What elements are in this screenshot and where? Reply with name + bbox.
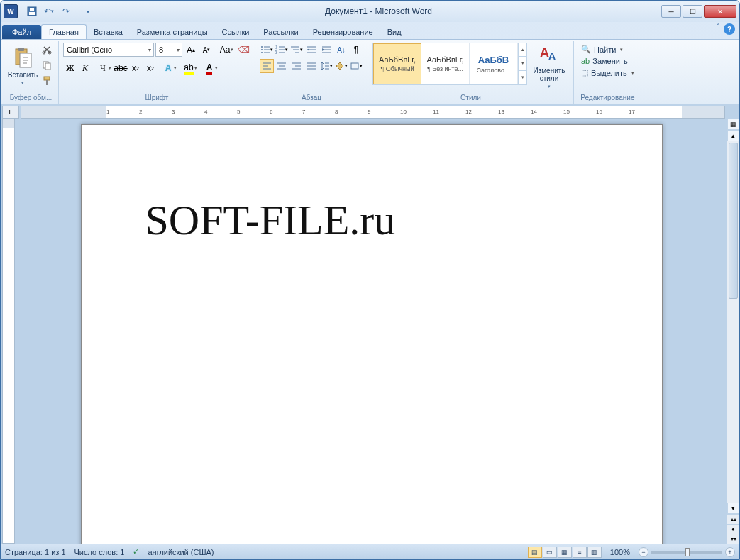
- superscript-button[interactable]: x2: [143, 61, 158, 75]
- find-icon: 🔍: [581, 45, 591, 54]
- fullscreen-view-icon[interactable]: ▭: [543, 547, 557, 558]
- copy-icon[interactable]: [40, 58, 54, 72]
- word-app-icon[interactable]: W: [4, 4, 18, 18]
- redo-icon[interactable]: ↷: [58, 4, 74, 19]
- change-case-icon[interactable]: Aa: [215, 43, 235, 57]
- proofing-icon[interactable]: ✓: [133, 547, 139, 556]
- outline-view-icon[interactable]: ≡: [573, 547, 587, 558]
- tab-references[interactable]: Ссылки: [215, 25, 257, 39]
- tab-layout[interactable]: Разметка страницы: [130, 25, 215, 39]
- status-language[interactable]: английский (США): [148, 548, 214, 556]
- zoom-level[interactable]: 100%: [610, 548, 630, 556]
- font-color-icon[interactable]: A: [199, 61, 219, 75]
- status-page[interactable]: Страница: 1 из 1: [5, 548, 66, 556]
- strikethrough-button[interactable]: abc: [114, 61, 128, 75]
- ruler-tick: 11: [433, 109, 439, 115]
- draft-view-icon[interactable]: ▥: [587, 547, 602, 558]
- style-heading1[interactable]: АаБбВ Заголово...: [470, 43, 518, 84]
- group-label: Редактирование: [578, 93, 637, 102]
- font-name-combo[interactable]: Calibri (Осно: [63, 43, 154, 57]
- style-preview: АаБбВ: [478, 55, 509, 65]
- tab-insert[interactable]: Вставка: [87, 25, 130, 39]
- numbering-icon[interactable]: 123▾: [275, 43, 289, 57]
- clear-formatting-icon[interactable]: ⌫: [236, 43, 250, 57]
- tab-selector[interactable]: L: [2, 106, 19, 119]
- tab-view[interactable]: Вид: [380, 25, 409, 39]
- bold-button[interactable]: Ж: [63, 61, 77, 75]
- underline-button[interactable]: Ч: [93, 61, 113, 75]
- ruler-row: L 1234567891011121314151617: [1, 104, 739, 119]
- zoom-thumb[interactable]: [685, 548, 690, 556]
- style-normal[interactable]: АаБбВвГг, ¶ Обычный: [373, 43, 421, 84]
- zoom-slider[interactable]: [651, 551, 722, 554]
- ruler-tick: 2: [139, 109, 142, 115]
- change-styles-button[interactable]: AA Изменить стили ▾: [529, 43, 569, 89]
- bullets-icon[interactable]: ▾: [260, 43, 274, 57]
- subscript-button[interactable]: x2: [128, 61, 143, 75]
- align-center-icon[interactable]: [275, 59, 289, 73]
- increase-indent-icon[interactable]: [319, 43, 333, 57]
- help-icon[interactable]: ?: [724, 23, 735, 35]
- next-page-icon[interactable]: ▾▾: [727, 534, 739, 544]
- maximize-button[interactable]: ☐: [683, 5, 702, 18]
- ruler-tick: 13: [498, 109, 504, 115]
- horizontal-ruler[interactable]: 1234567891011121314151617: [21, 106, 725, 119]
- gallery-up-icon[interactable]: ▴: [519, 43, 526, 57]
- browse-object-icon[interactable]: ●: [727, 524, 739, 534]
- text-effects-icon[interactable]: A: [158, 61, 178, 75]
- format-painter-icon[interactable]: [40, 74, 54, 88]
- tab-file[interactable]: Файл: [2, 25, 41, 39]
- group-label: Шрифт: [63, 93, 250, 102]
- close-button[interactable]: ✕: [704, 5, 736, 18]
- shading-icon[interactable]: ▾: [334, 59, 348, 73]
- vertical-ruler[interactable]: [2, 119, 15, 544]
- web-view-icon[interactable]: ▦: [558, 547, 572, 558]
- sort-icon[interactable]: A↓: [334, 43, 348, 57]
- zoom-in-icon[interactable]: +: [725, 547, 735, 557]
- select-button[interactable]: ⬚ Выделить ▾: [578, 67, 637, 78]
- zoom-out-icon[interactable]: −: [639, 547, 648, 557]
- align-justify-icon[interactable]: [304, 59, 319, 73]
- multilevel-list-icon[interactable]: ▾: [289, 43, 304, 57]
- tab-mailings[interactable]: Рассылки: [256, 25, 305, 39]
- decrease-indent-icon[interactable]: [304, 43, 319, 57]
- style-no-spacing[interactable]: АаБбВвГг, ¶ Без инте...: [421, 43, 470, 84]
- undo-icon[interactable]: ↶▾: [41, 4, 57, 19]
- scroll-thumb[interactable]: [729, 143, 738, 299]
- scroll-track[interactable]: [727, 141, 739, 503]
- line-spacing-icon[interactable]: ▾: [319, 59, 333, 73]
- print-layout-view-icon[interactable]: ▤: [528, 547, 542, 558]
- borders-icon[interactable]: ▾: [349, 59, 363, 73]
- ruler-tick: 10: [400, 109, 407, 115]
- font-size-combo[interactable]: 8: [155, 43, 182, 57]
- tab-review[interactable]: Рецензирование: [306, 25, 380, 39]
- show-marks-icon[interactable]: ¶: [349, 43, 363, 57]
- italic-button[interactable]: К: [78, 61, 92, 75]
- status-words[interactable]: Число слов: 1: [74, 548, 125, 556]
- prev-page-icon[interactable]: ▴▴: [727, 514, 739, 524]
- gallery-more-icon[interactable]: ▾: [519, 71, 526, 84]
- paste-button[interactable]: Вставить ▾: [8, 43, 38, 89]
- align-right-icon[interactable]: [289, 59, 304, 73]
- cut-icon[interactable]: [40, 43, 54, 57]
- align-left-icon[interactable]: [260, 59, 274, 73]
- gallery-down-icon[interactable]: ▾: [519, 57, 526, 70]
- highlight-color-icon[interactable]: ab: [179, 61, 199, 75]
- minimize-button[interactable]: ─: [661, 5, 681, 18]
- find-button[interactable]: 🔍 Найти ▾: [578, 44, 637, 55]
- grow-font-icon[interactable]: A▴: [184, 43, 198, 57]
- tab-home[interactable]: Главная: [41, 24, 87, 39]
- page-viewport[interactable]: SOFT-FILE.ru: [16, 119, 727, 544]
- shrink-font-icon[interactable]: A▾: [199, 43, 214, 57]
- scroll-up-icon[interactable]: ▴: [727, 130, 739, 141]
- ruler-toggle-icon[interactable]: ▦: [727, 119, 739, 130]
- document-text[interactable]: SOFT-FILE.ru: [145, 196, 598, 245]
- replace-button[interactable]: ab Заменить: [578, 56, 637, 66]
- document-area: SOFT-FILE.ru ▦ ▴ ▾ ▴▴ ● ▾▾: [1, 119, 739, 544]
- scroll-down-icon[interactable]: ▾: [727, 503, 739, 514]
- minimize-ribbon-icon[interactable]: ˆ: [717, 23, 719, 35]
- document-page[interactable]: SOFT-FILE.ru: [81, 124, 663, 544]
- save-icon[interactable]: [24, 4, 40, 19]
- ribbon: Вставить ▾ Буфер обм... Calibri (Осно 8 …: [1, 39, 739, 104]
- qat-customize-icon[interactable]: ▾: [80, 4, 96, 19]
